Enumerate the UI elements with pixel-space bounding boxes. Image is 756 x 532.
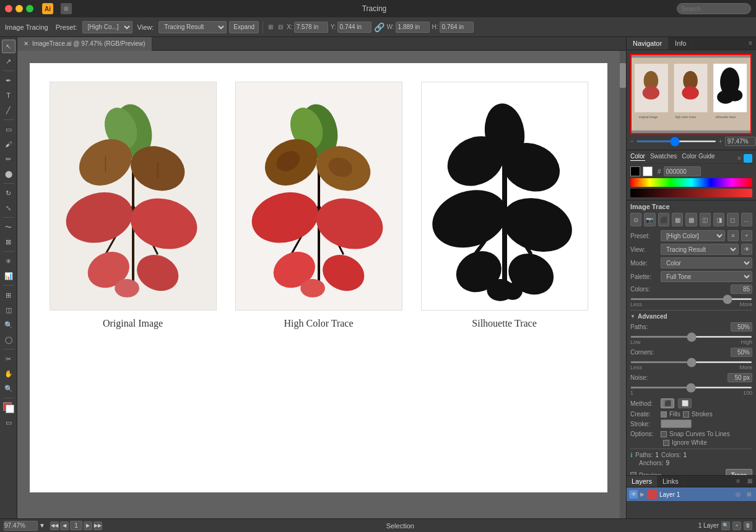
trace-view-select[interactable]: Tracing Result — [661, 244, 739, 255]
method-overlapping[interactable]: ⬜ — [678, 398, 692, 408]
zoom-out-btn[interactable]: − — [630, 138, 634, 145]
trace-icon-3color[interactable]: ⬛ — [658, 213, 669, 226]
rotate-tool[interactable]: ↻ — [2, 186, 15, 200]
zoom-slider[interactable] — [637, 140, 716, 142]
status-new-layer-btn[interactable]: + — [732, 521, 741, 530]
trace-preset-menu[interactable]: ≡ — [728, 230, 739, 241]
color-hex-input[interactable] — [664, 166, 701, 176]
advanced-header[interactable]: ▼ Advanced — [630, 313, 752, 320]
column-graph-tool[interactable]: 📊 — [2, 269, 15, 283]
title-search-input[interactable] — [677, 3, 751, 14]
eyedropper-tool[interactable]: 🔍 — [2, 318, 15, 332]
trace-preset-save[interactable]: + — [741, 230, 752, 241]
scale-tool[interactable]: ⤡ — [2, 201, 15, 215]
colors-range[interactable] — [630, 298, 752, 300]
zoom-tool[interactable]: 🔍 — [2, 382, 15, 395]
color-guide-tab[interactable]: Color Guide — [682, 153, 715, 161]
view-select[interactable]: Tracing Result — [159, 21, 227, 33]
scroll-thumb[interactable] — [620, 63, 626, 88]
nav-zoom-input[interactable] — [725, 137, 756, 146]
prev-btn[interactable]: ◀ — [60, 521, 69, 530]
canvas-scroll[interactable]: Original Image — [17, 51, 620, 505]
status-search-btn[interactable]: 🔍 — [721, 521, 730, 530]
zoom-dropdown[interactable]: ▼ — [39, 522, 45, 529]
screen-mode-btn[interactable]: ▭ — [2, 416, 15, 429]
direct-select-tool[interactable]: ↗ — [2, 54, 15, 68]
corners-value[interactable] — [731, 348, 752, 357]
trace-icon-grey[interactable]: ◫ — [700, 213, 711, 226]
panel-options-btn[interactable]: ≡ — [745, 37, 756, 49]
paths-value[interactable] — [731, 322, 752, 332]
blob-brush-tool[interactable]: ⬤ — [2, 167, 15, 181]
pen-tool[interactable]: ✒ — [2, 74, 15, 87]
trace-icon-outline[interactable]: ◻ — [727, 213, 738, 226]
vertical-scrollbar[interactable] — [620, 51, 626, 518]
paths-range[interactable] — [630, 336, 752, 338]
document-tab[interactable]: ✕ ImageTrace.ai @ 97.47% (RGB/Preview) — [17, 37, 152, 51]
trace-preset-select[interactable]: [High Color] — [661, 230, 725, 241]
next-btn[interactable]: ▶ — [84, 521, 92, 530]
y-input[interactable] — [337, 22, 371, 33]
trace-icon-auto[interactable]: ⊙ — [630, 213, 641, 226]
links-tab[interactable]: Links — [658, 476, 684, 487]
trace-mode-select[interactable]: Color — [661, 257, 752, 268]
gradient-tool[interactable]: ◫ — [2, 303, 15, 317]
type-tool[interactable]: T — [2, 88, 15, 102]
strokes-checkbox[interactable] — [683, 411, 689, 418]
trace-palette-select[interactable]: Full Tone — [661, 271, 752, 282]
minimize-button[interactable] — [15, 5, 23, 12]
free-transform-tool[interactable]: ⊠ — [2, 235, 15, 249]
layer-target-btn[interactable]: ◎ — [734, 491, 742, 497]
pencil-tool[interactable]: ✏ — [2, 152, 15, 166]
scissors-tool[interactable]: ✂ — [2, 352, 15, 366]
next-page-btn[interactable]: ▶▶ — [93, 521, 102, 530]
mesh-tool[interactable]: ⊞ — [2, 288, 15, 302]
trace-icon-more[interactable]: … — [741, 213, 752, 226]
zoom-in-btn[interactable]: + — [719, 138, 723, 145]
layer-visibility-btn[interactable]: 👁 — [629, 490, 638, 499]
color-swatch-tool[interactable] — [2, 401, 15, 414]
bg-swatch[interactable] — [643, 166, 653, 176]
info-tab[interactable]: Info — [669, 37, 693, 49]
trace-icon-6color[interactable]: ▦ — [672, 213, 683, 226]
trace-icon-photo[interactable]: 📷 — [644, 213, 655, 226]
layers-tab[interactable]: Layers — [627, 476, 658, 487]
symbol-sprayer-tool[interactable]: ✳ — [2, 254, 15, 268]
fills-checkbox[interactable] — [661, 411, 667, 418]
h-input[interactable] — [440, 22, 474, 33]
trace-button[interactable]: Trace — [726, 469, 752, 475]
layers-expand[interactable]: ⊠ — [744, 476, 756, 487]
trace-icon-16color[interactable]: ▩ — [685, 213, 697, 226]
hand-tool[interactable]: ✋ — [2, 367, 15, 380]
swatches-tab[interactable]: Swatches — [650, 153, 677, 161]
fg-swatch[interactable] — [630, 166, 640, 176]
maximize-button[interactable] — [26, 5, 33, 12]
selection-tool[interactable]: ↖ — [2, 40, 15, 53]
corners-range[interactable] — [630, 361, 752, 363]
preset-select[interactable]: [High Co...] — [82, 21, 133, 33]
colors-value[interactable] — [731, 285, 752, 294]
blend-tool[interactable]: ◯ — [2, 333, 15, 346]
method-abutting[interactable]: ⬛ — [661, 398, 674, 408]
layers-menu[interactable]: ≡ — [732, 476, 744, 487]
trace-view-eye[interactable]: 👁 — [741, 244, 752, 255]
noise-range[interactable] — [630, 387, 752, 388]
zoom-level-input[interactable] — [4, 521, 38, 531]
trace-icon-bw[interactable]: ◨ — [713, 213, 724, 226]
noise-value[interactable] — [728, 373, 752, 382]
expand-button[interactable]: Expand — [229, 21, 259, 33]
close-button[interactable] — [5, 5, 12, 12]
rectangle-tool[interactable]: ▭ — [2, 122, 15, 136]
warp-tool[interactable]: 〜 — [2, 220, 15, 234]
ignore-white-checkbox[interactable] — [663, 440, 669, 446]
status-delete-btn[interactable]: 🗑 — [744, 521, 752, 530]
layer-mask-btn[interactable]: ⊞ — [745, 491, 754, 497]
line-tool[interactable]: ╱ — [2, 103, 15, 117]
snap-curves-checkbox[interactable] — [661, 431, 667, 437]
color-tab[interactable]: Color — [630, 153, 645, 161]
prev-page-btn[interactable]: ◀◀ — [50, 521, 59, 530]
navigator-preview[interactable]: original image high color trace silhouet… — [630, 54, 752, 134]
color-panel-menu[interactable]: ≡ — [737, 155, 741, 161]
x-input[interactable] — [294, 22, 328, 33]
navigator-tab[interactable]: Navigator — [627, 37, 669, 49]
